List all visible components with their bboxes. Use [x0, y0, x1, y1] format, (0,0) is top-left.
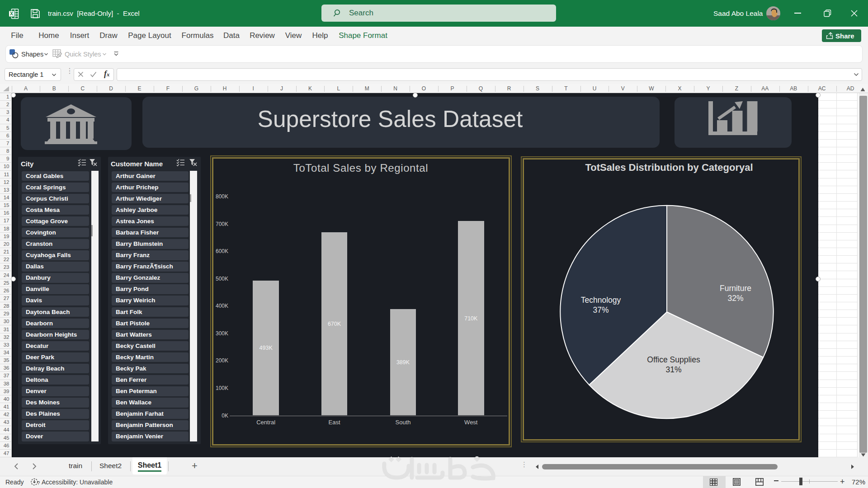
svg-text:Technology: Technology: [581, 296, 621, 305]
svg-text:Office Supplies: Office Supplies: [647, 355, 700, 364]
svg-text:32%: 32%: [727, 294, 743, 303]
svg-text:37%: 37%: [593, 305, 609, 314]
svg-text:X: X: [10, 11, 13, 16]
svg-text:Furniture: Furniture: [720, 284, 751, 293]
svg-text:?: ?: [37, 480, 40, 486]
svg-text:31%: 31%: [665, 365, 681, 374]
